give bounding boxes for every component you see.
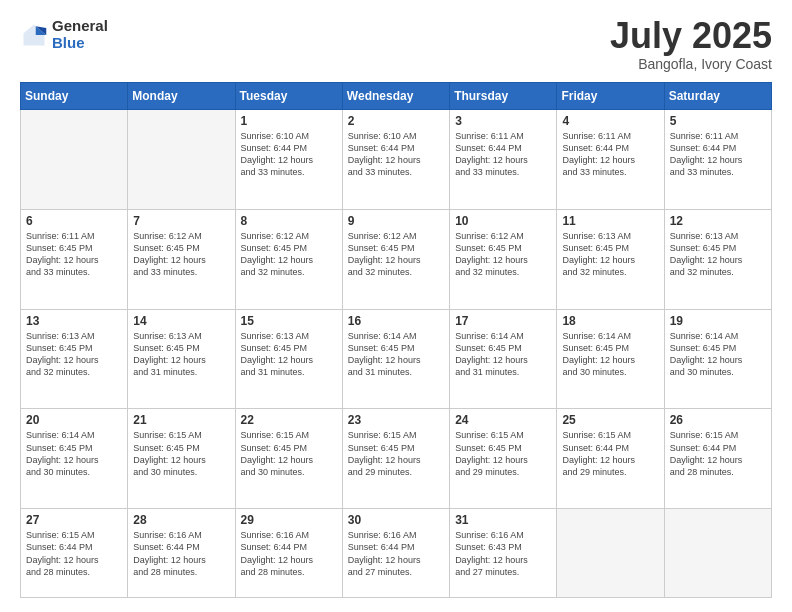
day-number: 12 (670, 214, 766, 228)
calendar-cell (557, 509, 664, 598)
day-info: Sunrise: 6:13 AM Sunset: 6:45 PM Dayligh… (26, 330, 122, 379)
calendar-cell: 7Sunrise: 6:12 AM Sunset: 6:45 PM Daylig… (128, 209, 235, 309)
calendar-cell: 29Sunrise: 6:16 AM Sunset: 6:44 PM Dayli… (235, 509, 342, 598)
calendar-cell: 12Sunrise: 6:13 AM Sunset: 6:45 PM Dayli… (664, 209, 771, 309)
day-info: Sunrise: 6:15 AM Sunset: 6:44 PM Dayligh… (26, 529, 122, 578)
day-info: Sunrise: 6:11 AM Sunset: 6:44 PM Dayligh… (455, 130, 551, 179)
location-title: Bangofla, Ivory Coast (610, 56, 772, 72)
calendar-cell: 10Sunrise: 6:12 AM Sunset: 6:45 PM Dayli… (450, 209, 557, 309)
day-info: Sunrise: 6:15 AM Sunset: 6:45 PM Dayligh… (455, 429, 551, 478)
day-number: 22 (241, 413, 337, 427)
calendar-week-row: 1Sunrise: 6:10 AM Sunset: 6:44 PM Daylig… (21, 110, 772, 210)
calendar-cell: 22Sunrise: 6:15 AM Sunset: 6:45 PM Dayli… (235, 409, 342, 509)
calendar-cell: 3Sunrise: 6:11 AM Sunset: 6:44 PM Daylig… (450, 110, 557, 210)
calendar-cell (664, 509, 771, 598)
day-number: 30 (348, 513, 444, 527)
day-info: Sunrise: 6:15 AM Sunset: 6:45 PM Dayligh… (348, 429, 444, 478)
day-info: Sunrise: 6:15 AM Sunset: 6:45 PM Dayligh… (241, 429, 337, 478)
calendar-day-header: Tuesday (235, 83, 342, 110)
calendar-week-row: 20Sunrise: 6:14 AM Sunset: 6:45 PM Dayli… (21, 409, 772, 509)
calendar-cell: 6Sunrise: 6:11 AM Sunset: 6:45 PM Daylig… (21, 209, 128, 309)
calendar-cell: 17Sunrise: 6:14 AM Sunset: 6:45 PM Dayli… (450, 309, 557, 409)
day-info: Sunrise: 6:10 AM Sunset: 6:44 PM Dayligh… (348, 130, 444, 179)
calendar-cell: 8Sunrise: 6:12 AM Sunset: 6:45 PM Daylig… (235, 209, 342, 309)
logo-blue: Blue (52, 35, 108, 52)
day-number: 9 (348, 214, 444, 228)
calendar-cell: 13Sunrise: 6:13 AM Sunset: 6:45 PM Dayli… (21, 309, 128, 409)
calendar-cell: 26Sunrise: 6:15 AM Sunset: 6:44 PM Dayli… (664, 409, 771, 509)
calendar-day-header: Sunday (21, 83, 128, 110)
day-info: Sunrise: 6:13 AM Sunset: 6:45 PM Dayligh… (670, 230, 766, 279)
day-info: Sunrise: 6:12 AM Sunset: 6:45 PM Dayligh… (455, 230, 551, 279)
day-number: 7 (133, 214, 229, 228)
calendar-cell: 31Sunrise: 6:16 AM Sunset: 6:43 PM Dayli… (450, 509, 557, 598)
calendar-day-header: Saturday (664, 83, 771, 110)
day-number: 31 (455, 513, 551, 527)
day-number: 24 (455, 413, 551, 427)
calendar-cell: 2Sunrise: 6:10 AM Sunset: 6:44 PM Daylig… (342, 110, 449, 210)
day-info: Sunrise: 6:14 AM Sunset: 6:45 PM Dayligh… (26, 429, 122, 478)
calendar-cell: 1Sunrise: 6:10 AM Sunset: 6:44 PM Daylig… (235, 110, 342, 210)
day-number: 14 (133, 314, 229, 328)
day-number: 2 (348, 114, 444, 128)
day-number: 4 (562, 114, 658, 128)
day-info: Sunrise: 6:12 AM Sunset: 6:45 PM Dayligh… (241, 230, 337, 279)
day-number: 26 (670, 413, 766, 427)
day-number: 18 (562, 314, 658, 328)
month-title: July 2025 (610, 18, 772, 54)
day-number: 19 (670, 314, 766, 328)
calendar-cell: 27Sunrise: 6:15 AM Sunset: 6:44 PM Dayli… (21, 509, 128, 598)
day-number: 23 (348, 413, 444, 427)
day-info: Sunrise: 6:16 AM Sunset: 6:44 PM Dayligh… (348, 529, 444, 578)
day-number: 8 (241, 214, 337, 228)
day-number: 25 (562, 413, 658, 427)
day-number: 20 (26, 413, 122, 427)
day-number: 15 (241, 314, 337, 328)
day-info: Sunrise: 6:13 AM Sunset: 6:45 PM Dayligh… (241, 330, 337, 379)
day-info: Sunrise: 6:15 AM Sunset: 6:44 PM Dayligh… (670, 429, 766, 478)
day-info: Sunrise: 6:12 AM Sunset: 6:45 PM Dayligh… (133, 230, 229, 279)
calendar-cell: 16Sunrise: 6:14 AM Sunset: 6:45 PM Dayli… (342, 309, 449, 409)
calendar-cell: 20Sunrise: 6:14 AM Sunset: 6:45 PM Dayli… (21, 409, 128, 509)
day-number: 6 (26, 214, 122, 228)
calendar-day-header: Monday (128, 83, 235, 110)
calendar-cell: 5Sunrise: 6:11 AM Sunset: 6:44 PM Daylig… (664, 110, 771, 210)
calendar-cell: 11Sunrise: 6:13 AM Sunset: 6:45 PM Dayli… (557, 209, 664, 309)
logo-icon (20, 21, 48, 49)
calendar-cell: 4Sunrise: 6:11 AM Sunset: 6:44 PM Daylig… (557, 110, 664, 210)
day-info: Sunrise: 6:10 AM Sunset: 6:44 PM Dayligh… (241, 130, 337, 179)
calendar-day-header: Wednesday (342, 83, 449, 110)
title-block: July 2025 Bangofla, Ivory Coast (610, 18, 772, 72)
day-info: Sunrise: 6:12 AM Sunset: 6:45 PM Dayligh… (348, 230, 444, 279)
day-info: Sunrise: 6:11 AM Sunset: 6:44 PM Dayligh… (562, 130, 658, 179)
day-number: 21 (133, 413, 229, 427)
day-number: 11 (562, 214, 658, 228)
day-number: 3 (455, 114, 551, 128)
day-number: 1 (241, 114, 337, 128)
day-info: Sunrise: 6:14 AM Sunset: 6:45 PM Dayligh… (455, 330, 551, 379)
day-info: Sunrise: 6:16 AM Sunset: 6:44 PM Dayligh… (133, 529, 229, 578)
day-number: 28 (133, 513, 229, 527)
logo-general: General (52, 18, 108, 35)
day-info: Sunrise: 6:14 AM Sunset: 6:45 PM Dayligh… (348, 330, 444, 379)
calendar-cell: 24Sunrise: 6:15 AM Sunset: 6:45 PM Dayli… (450, 409, 557, 509)
calendar-cell: 21Sunrise: 6:15 AM Sunset: 6:45 PM Dayli… (128, 409, 235, 509)
calendar-day-header: Friday (557, 83, 664, 110)
day-info: Sunrise: 6:16 AM Sunset: 6:44 PM Dayligh… (241, 529, 337, 578)
calendar-cell: 18Sunrise: 6:14 AM Sunset: 6:45 PM Dayli… (557, 309, 664, 409)
day-info: Sunrise: 6:11 AM Sunset: 6:44 PM Dayligh… (670, 130, 766, 179)
logo-text: General Blue (52, 18, 108, 51)
calendar-cell: 25Sunrise: 6:15 AM Sunset: 6:44 PM Dayli… (557, 409, 664, 509)
calendar-day-header: Thursday (450, 83, 557, 110)
day-info: Sunrise: 6:14 AM Sunset: 6:45 PM Dayligh… (670, 330, 766, 379)
day-info: Sunrise: 6:11 AM Sunset: 6:45 PM Dayligh… (26, 230, 122, 279)
day-info: Sunrise: 6:15 AM Sunset: 6:44 PM Dayligh… (562, 429, 658, 478)
page: General Blue July 2025 Bangofla, Ivory C… (0, 0, 792, 612)
calendar-cell (21, 110, 128, 210)
day-info: Sunrise: 6:13 AM Sunset: 6:45 PM Dayligh… (133, 330, 229, 379)
calendar-week-row: 6Sunrise: 6:11 AM Sunset: 6:45 PM Daylig… (21, 209, 772, 309)
calendar-cell: 30Sunrise: 6:16 AM Sunset: 6:44 PM Dayli… (342, 509, 449, 598)
day-info: Sunrise: 6:14 AM Sunset: 6:45 PM Dayligh… (562, 330, 658, 379)
calendar-cell: 23Sunrise: 6:15 AM Sunset: 6:45 PM Dayli… (342, 409, 449, 509)
day-info: Sunrise: 6:13 AM Sunset: 6:45 PM Dayligh… (562, 230, 658, 279)
